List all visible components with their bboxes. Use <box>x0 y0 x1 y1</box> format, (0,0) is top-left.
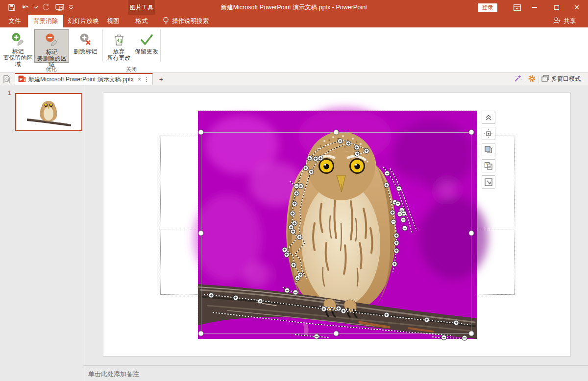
undo-icon[interactable] <box>20 1 31 13</box>
minimize-button[interactable] <box>526 0 543 15</box>
mark-areas-to-remove-button[interactable]: 标记 要删除的区域 <box>34 29 69 63</box>
login-button[interactable]: 登录 <box>478 3 497 12</box>
quick-access-toolbar <box>6 0 74 15</box>
group-label-refine: 优化 <box>0 66 102 73</box>
delete-mark-icon <box>78 32 93 47</box>
discard-changes-icon <box>112 32 126 47</box>
delete-mark-button[interactable]: 删除标记 <box>70 29 101 63</box>
selection-handle[interactable] <box>198 130 204 135</box>
settings-gear-icon[interactable] <box>528 74 536 84</box>
slide-thumbnail[interactable] <box>15 93 82 131</box>
new-tab-button[interactable]: + <box>156 74 167 84</box>
slide-editing-area <box>83 85 588 365</box>
powerpoint-window: 图片工具 新建Microsoft PowerPoint 演示文稿.pptx - … <box>0 0 588 381</box>
customize-qat-icon[interactable] <box>68 1 74 13</box>
document-tab-label: 新建Microsoft PowerPoint 演示文稿.pptx <box>28 75 135 84</box>
discard-all-changes-button[interactable]: 放弃 所有更改 <box>105 29 133 63</box>
slide-thumbnail-panel: 1 <box>0 85 83 381</box>
group-label-close: 关闭 <box>102 66 160 73</box>
selection-handle[interactable] <box>198 231 204 236</box>
multiwindow-icon[interactable] <box>541 75 549 83</box>
keep-changes-icon <box>139 32 154 47</box>
selection-handle[interactable] <box>334 130 339 135</box>
redo-icon[interactable] <box>40 1 52 13</box>
notes-placeholder: 单击此处添加备注 <box>88 370 139 379</box>
selection-handle[interactable] <box>469 231 474 236</box>
picture-background-removal[interactable] <box>197 110 477 338</box>
save-icon[interactable] <box>6 1 18 13</box>
tell-me-label: 操作说明搜索 <box>172 17 209 25</box>
replace-picture-button[interactable] <box>482 159 495 172</box>
selection-handle[interactable] <box>469 331 474 336</box>
divider <box>525 75 525 83</box>
mark-remove-icon <box>45 33 59 48</box>
tab-view[interactable]: 视图 <box>103 15 123 27</box>
svg-text:P: P <box>20 76 23 81</box>
button-label: 保留更改 <box>135 48 158 55</box>
document-tab-bar: P 新建Microsoft PowerPoint 演示文稿.pptx × ⋮ +… <box>0 73 588 85</box>
share-person-icon <box>553 17 561 25</box>
document-tab-active[interactable]: P 新建Microsoft PowerPoint 演示文稿.pptx × ⋮ <box>15 73 153 85</box>
tab-file[interactable]: 文件 <box>4 15 25 27</box>
align-center-button[interactable] <box>482 127 495 140</box>
title-bar: 图片工具 新建Microsoft PowerPoint 演示文稿.pptx - … <box>0 0 588 15</box>
collapse-toolbar-button[interactable] <box>482 111 495 124</box>
mark-areas-to-keep-button[interactable]: 标记 要保留的区域 <box>2 29 34 63</box>
resize-picture-button[interactable] <box>482 175 495 189</box>
maximize-button[interactable] <box>548 0 565 15</box>
selection-handle[interactable] <box>198 331 204 336</box>
tab-background-removal[interactable]: 背景消除 <box>28 15 63 27</box>
mark-keep-icon <box>11 32 25 47</box>
ppt-file-icon: P <box>18 75 26 84</box>
tab-slideshow[interactable]: 幻灯片放映 <box>65 15 101 27</box>
button-label: 删除标记 <box>74 48 97 55</box>
picture-tools-label: 图片工具 <box>128 0 155 15</box>
share-button[interactable]: 共享 <box>553 15 576 27</box>
keep-changes-button[interactable]: 保留更改 <box>133 29 160 63</box>
group-separator <box>102 29 103 62</box>
tab-menu-icon[interactable]: ⋮ <box>144 76 149 83</box>
magic-wand-icon[interactable] <box>514 74 522 84</box>
close-button[interactable]: ✕ <box>568 0 585 15</box>
close-tab-icon[interactable]: × <box>138 76 141 83</box>
share-label: 共享 <box>564 17 576 25</box>
tab-format[interactable]: 格式 <box>128 15 155 27</box>
window-title: 新建Microsoft PowerPoint 演示文稿.pptx - Power… <box>186 0 402 15</box>
bring-forward-button[interactable] <box>482 143 495 156</box>
start-slideshow-icon[interactable] <box>54 1 66 13</box>
tab-bar-tools: 多窗口模式 <box>514 73 581 85</box>
group-separator <box>160 29 161 62</box>
recent-files-icon[interactable] <box>2 75 11 84</box>
tell-me-search[interactable]: 操作说明搜索 <box>163 15 209 27</box>
ribbon: 标记 要保留的区域 标记 要删除的区域 删除标记 放弃 所有更改 <box>0 27 588 73</box>
undo-dropdown-icon[interactable] <box>33 1 38 13</box>
button-label: 所有更改 <box>107 55 131 61</box>
ribbon-display-options-icon[interactable] <box>509 0 525 15</box>
slide-number: 1 <box>8 89 11 96</box>
selection-handle[interactable] <box>469 130 474 135</box>
divider <box>539 75 539 83</box>
selection-handle[interactable] <box>334 331 339 336</box>
lightbulb-icon <box>163 17 169 26</box>
multiwindow-label[interactable]: 多窗口模式 <box>551 75 581 83</box>
notes-pane[interactable]: 单击此处添加备注 <box>83 365 588 381</box>
